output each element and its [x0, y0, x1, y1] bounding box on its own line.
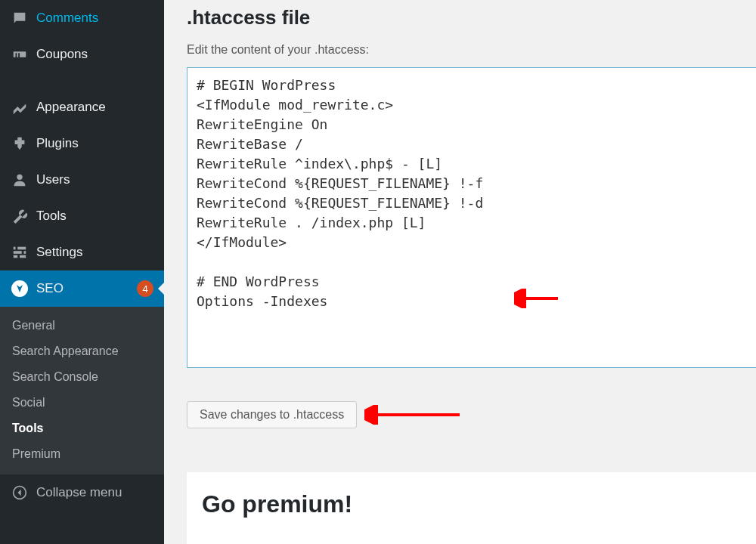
svg-point-0 [17, 175, 22, 180]
htaccess-textarea[interactable] [187, 67, 756, 368]
coupons-icon [11, 45, 29, 63]
submenu-item-social[interactable]: Social [0, 390, 164, 416]
sidebar-item-label: Settings [36, 245, 153, 260]
sidebar-item-coupons[interactable]: Coupons [0, 36, 164, 73]
htaccess-section-title: .htaccess file [187, 6, 756, 29]
sidebar-item-label: Appearance [36, 100, 153, 115]
sidebar-item-plugins[interactable]: Plugins [0, 125, 164, 162]
svg-rect-5 [22, 250, 24, 255]
collapse-menu[interactable]: Collapse menu [0, 474, 164, 511]
plugins-icon [11, 134, 29, 153]
sidebar-item-label: Plugins [36, 136, 153, 151]
htaccess-help-text: Edit the content of your .htaccess: [187, 43, 756, 57]
tools-icon [11, 207, 29, 225]
save-htaccess-button[interactable]: Save changes to .htaccess [187, 401, 357, 428]
submenu-item-tools[interactable]: Tools [0, 416, 164, 441]
collapse-label: Collapse menu [36, 485, 122, 500]
save-row: Save changes to .htaccess [187, 401, 756, 428]
sidebar-item-settings[interactable]: Settings [0, 234, 164, 270]
update-badge: 4 [137, 280, 153, 297]
sidebar-item-appearance[interactable]: Appearance [0, 89, 164, 125]
submenu-item-search-appearance[interactable]: Search Appearance [0, 338, 164, 364]
sidebar-separator [0, 73, 164, 89]
collapse-icon [11, 484, 29, 502]
premium-panel: Go premium! [187, 472, 756, 544]
sidebar-item-label: Tools [36, 209, 153, 224]
svg-rect-6 [17, 255, 20, 259]
admin-sidebar: Comments Coupons Appearance Plugins User… [0, 0, 164, 544]
annotation-arrow-icon [364, 405, 463, 425]
sidebar-item-label: SEO [36, 281, 131, 296]
sidebar-item-users[interactable]: Users [0, 162, 164, 198]
svg-rect-4 [16, 246, 18, 251]
appearance-icon [11, 98, 29, 116]
users-icon [11, 171, 29, 189]
sidebar-item-comments[interactable]: Comments [0, 0, 164, 36]
sidebar-item-label: Comments [36, 11, 153, 26]
svg-rect-1 [14, 247, 26, 250]
seo-icon [11, 280, 29, 298]
sidebar-item-tools[interactable]: Tools [0, 198, 164, 234]
seo-submenu: General Search Appearance Search Console… [0, 307, 164, 474]
submenu-item-general[interactable]: General [0, 313, 164, 338]
premium-title: Go premium! [202, 490, 742, 518]
sidebar-item-label: Coupons [36, 47, 153, 62]
comments-icon [11, 9, 29, 27]
submenu-item-premium[interactable]: Premium [0, 441, 164, 467]
main-content: .htaccess file Edit the content of your … [164, 0, 756, 544]
sidebar-item-seo[interactable]: SEO 4 [0, 270, 164, 307]
settings-icon [11, 243, 29, 261]
submenu-item-search-console[interactable]: Search Console [0, 364, 164, 390]
svg-rect-2 [14, 251, 26, 254]
sidebar-item-label: Users [36, 172, 153, 187]
htaccess-editor-wrap [187, 67, 756, 371]
